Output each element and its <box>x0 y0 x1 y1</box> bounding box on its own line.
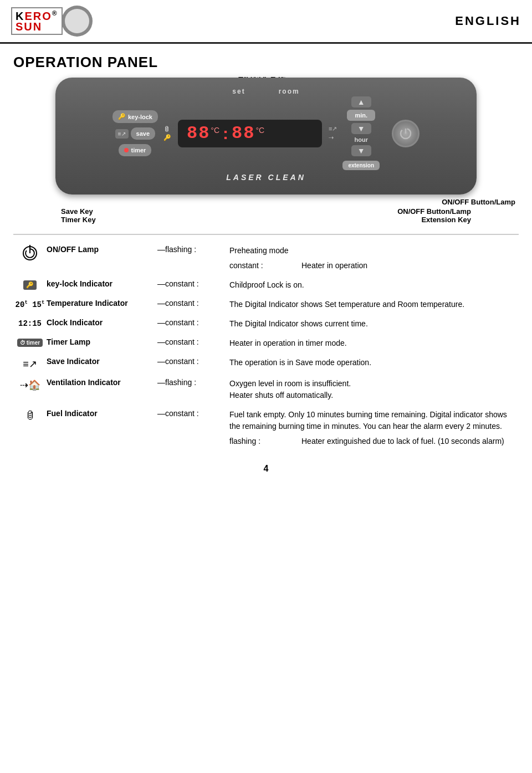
save-key-ann: Save Key <box>61 207 93 216</box>
page-title-area: OPERATION PANEL <box>0 44 532 75</box>
keylock-mode: —constant : <box>157 279 229 288</box>
keylock-name: key-lock Indicator <box>47 279 157 288</box>
timer-badge-icon: ⏱timer <box>17 339 43 347</box>
panel-bottom-labels: ON/OFF Button/Lamp <box>55 198 477 206</box>
timer-led <box>124 148 129 152</box>
hour-label: hour <box>354 136 367 143</box>
panel: set room 🔑 key-lock ≡↗ save <box>55 78 477 194</box>
vent-icon: ⇢🏠 <box>20 379 40 391</box>
onoff-icon-cell <box>13 245 47 260</box>
vent-desc-1: Oxygen level in room is insufficient. <box>229 378 519 390</box>
indicator-temp: 20t 15t Temperature Indicator —constant … <box>13 299 519 310</box>
display-screen: 88 °C : 88 °C <box>178 120 322 147</box>
logo-circle <box>62 6 93 37</box>
clock-icon-cell: 12:15 <box>13 318 47 328</box>
timer-key-ann: Timer Key <box>61 216 96 224</box>
min-label: min. <box>347 110 375 121</box>
temp-desc: The Digital Indicator shows Set temperat… <box>229 299 519 310</box>
clock-icon: 12:15 <box>18 319 42 328</box>
onoff-lamp-icon <box>23 246 37 260</box>
logo-sun-line: SUN <box>16 21 58 32</box>
save-ind-name: Save Indicator <box>47 357 157 366</box>
adjustment-keys: ▲ min. ▼ hour ▼ extension <box>342 96 380 170</box>
timer-mode: —constant : <box>157 337 229 346</box>
temp-icon: 20t 15t <box>16 300 45 309</box>
save-icon-cell: ≡↗ <box>13 357 47 370</box>
temp-c-1: °C <box>211 126 219 135</box>
set-label: set <box>232 88 245 95</box>
extension-key[interactable]: extension <box>342 161 380 170</box>
temp-mode: —constant : <box>157 299 229 308</box>
room-label: room <box>279 88 300 95</box>
header-language: ENGLISH <box>455 14 521 28</box>
fuel-mode-1: —constant : <box>157 409 229 418</box>
indicator-onoff: ON/OFF Lamp —flashing : Preheating mode … <box>13 245 519 272</box>
onoff-lamp-name: ON/OFF Lamp <box>47 245 157 254</box>
save-icon: ≡↗ <box>115 129 129 139</box>
display-digits-left: 88 <box>187 125 210 142</box>
logo: KERO® SUN <box>11 6 93 37</box>
clock-desc: The Digital Indicator shows current time… <box>229 318 519 330</box>
temp-name: Temperature Indicator <box>47 299 157 308</box>
save-ind-mode: —constant : <box>157 357 229 366</box>
indicator-fuel: 🛢 Fuel Indicator —constant : Fuel tank e… <box>13 409 519 447</box>
header: KERO® SUN ENGLISH <box>0 0 532 44</box>
onoff-lamp-label: ON/OFF Button/Lamp <box>442 198 515 206</box>
hour-key[interactable]: ▼ <box>351 145 371 156</box>
side-labels-row: Save Key ON/OFF Button/Lamp <box>55 207 477 216</box>
temp-icon-cell: 20t 15t <box>13 299 47 309</box>
timer-key-label: timer <box>131 147 146 153</box>
save-key-label: save <box>136 130 150 137</box>
indicators-section: ON/OFF Lamp —flashing : Preheating mode … <box>0 245 532 447</box>
fuel-icon-cell: 🛢 <box>13 409 47 422</box>
divider <box>13 234 519 235</box>
fuel-desc-1: Fuel tank empty. Only 10 minutes burning… <box>229 409 519 432</box>
indicator-save: ≡↗ Save Indicator —constant : The operat… <box>13 357 519 370</box>
temp-c-2: °C <box>255 126 264 135</box>
laser-clean-bar: LASER CLEAN <box>71 172 461 182</box>
onoff-desc-2: Heater in operation <box>301 260 519 272</box>
vent-desc-2: Heater shuts off automatically. <box>229 390 519 401</box>
keylock-desc: Childproof Lock is on. <box>229 279 519 291</box>
laser-clean-label: LASER CLEAN <box>226 173 306 182</box>
keylock-icon: 🔑 <box>23 280 37 290</box>
extension-key-ann: Extension Key <box>421 216 471 224</box>
timer-desc: Heater in operation in timer mode. <box>229 337 519 349</box>
panel-left-keys: 🔑 key-lock ≡↗ save timer <box>112 110 158 156</box>
disp-icon-right-1: ≡↗ <box>329 125 337 132</box>
indicator-keylock: 🔑 key-lock Indicator —constant : Childpr… <box>13 279 519 291</box>
min-down-key[interactable]: ▼ <box>351 123 371 134</box>
fuel-icon: 🛢 <box>25 410 35 422</box>
page-title: OPERATION PANEL <box>13 54 519 71</box>
disp-icon-fuel: 🛢 <box>163 126 171 132</box>
onoff-button[interactable] <box>392 120 420 147</box>
page-number: 4 <box>0 464 532 483</box>
timer-key[interactable]: timer <box>119 144 151 156</box>
min-up-key[interactable]: ▲ <box>351 96 371 107</box>
logo-kero-line: KERO® <box>16 10 58 22</box>
display-colon: : <box>223 124 228 143</box>
fuel-desc-2: Heater extinguished due to lack of fuel.… <box>301 436 519 447</box>
vent-name: Ventilation Indicator <box>47 378 157 387</box>
onoff-ann-right: ON/OFF Button/Lamp <box>397 207 471 216</box>
vent-icon-cell: ⇢🏠 <box>13 378 47 391</box>
key-lock-key[interactable]: 🔑 key-lock <box>112 110 158 123</box>
disp-icon-right-2: ⇢ <box>329 134 337 141</box>
timer-name: Timer Lamp <box>47 337 157 346</box>
lock-icon: 🔑 <box>118 113 126 120</box>
indicator-timer: ⏱timer Timer Lamp —constant : Heater in … <box>13 337 519 349</box>
vent-desc: Oxygen level in room is insufficient. He… <box>229 378 519 401</box>
timer-ext-labels: Timer Key Extension Key <box>55 216 477 224</box>
save-key[interactable]: save <box>131 127 155 140</box>
vent-mode: —flashing : <box>157 378 229 387</box>
panel-diagram-area: Key-lock Button Digital Indicator Adjust… <box>0 75 532 224</box>
fuel-mode-2: flashing : <box>229 436 301 447</box>
save-ind-icon: ≡↗ <box>23 358 37 370</box>
fuel-desc: Fuel tank empty. Only 10 minutes burning… <box>229 409 519 447</box>
onoff-mode-1: —flashing : <box>157 245 229 254</box>
clock-name: Clock Indicator <box>47 318 157 327</box>
save-ind-desc: The operation is in Save mode operation. <box>229 357 519 368</box>
key-lock-label: key-lock <box>128 114 152 120</box>
disp-icon-key: 🔑 <box>163 134 171 141</box>
indicator-clock: 12:15 Clock Indicator —constant : The Di… <box>13 318 519 330</box>
